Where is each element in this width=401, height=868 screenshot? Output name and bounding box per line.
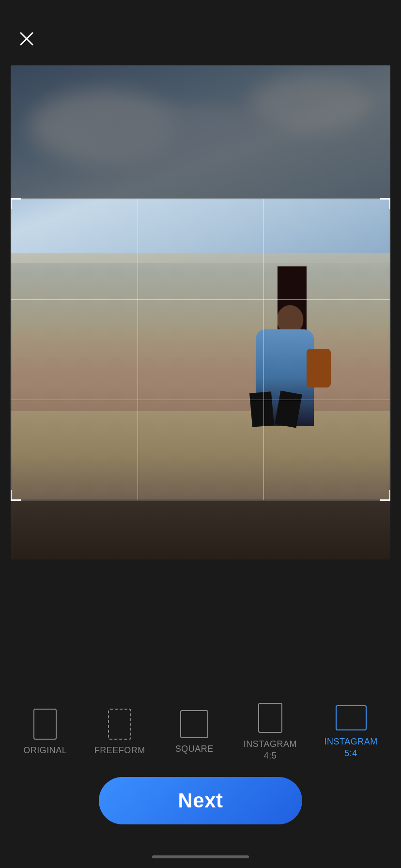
grid-line-horizontal-2 (11, 400, 390, 400)
grid-line-horizontal-1 (11, 299, 390, 300)
grid-line-vertical-2 (263, 199, 264, 499)
aspect-label-freeform: FREEFORM (94, 745, 145, 756)
next-button[interactable]: Next (99, 777, 302, 824)
crop-frame[interactable] (11, 199, 390, 500)
aspect-icon-instagram-54 (336, 705, 367, 730)
image-preview (11, 65, 390, 559)
crop-corner-top-left[interactable] (11, 198, 21, 209)
home-indicator (152, 855, 249, 858)
aspect-label-instagram-54: INSTAGRAM 5:4 (324, 736, 378, 759)
aspect-ratio-original[interactable]: ORIGINAL (23, 709, 67, 756)
aspect-ratio-toolbar: ORIGINAL FREEFORM SQUARE INSTAGRAM 4:5 I… (0, 703, 401, 761)
aspect-icon-square (180, 710, 208, 738)
aspect-label-instagram-45: INSTAGRAM 4:5 (244, 739, 297, 761)
aspect-ratio-square[interactable]: SQUARE (172, 710, 216, 754)
close-button[interactable] (15, 27, 39, 51)
crop-corner-bottom-right[interactable] (380, 490, 390, 501)
crop-overlay-top (11, 65, 390, 199)
aspect-icon-instagram-45 (258, 703, 282, 733)
crop-overlay-bottom (11, 500, 390, 559)
crop-corner-bottom-left[interactable] (11, 490, 21, 501)
aspect-icon-freeform (108, 709, 131, 740)
aspect-ratio-freeform[interactable]: FREEFORM (94, 709, 145, 756)
aspect-label-square: SQUARE (175, 744, 214, 754)
aspect-icon-original (33, 709, 57, 740)
next-button-label: Next (178, 789, 223, 812)
aspect-ratio-instagram-45[interactable]: INSTAGRAM 4:5 (244, 703, 297, 761)
crop-corner-top-right[interactable] (380, 198, 390, 209)
grid-line-vertical-1 (138, 199, 138, 499)
aspect-ratio-instagram-54[interactable]: INSTAGRAM 5:4 (324, 705, 378, 759)
aspect-label-original: ORIGINAL (23, 745, 67, 756)
